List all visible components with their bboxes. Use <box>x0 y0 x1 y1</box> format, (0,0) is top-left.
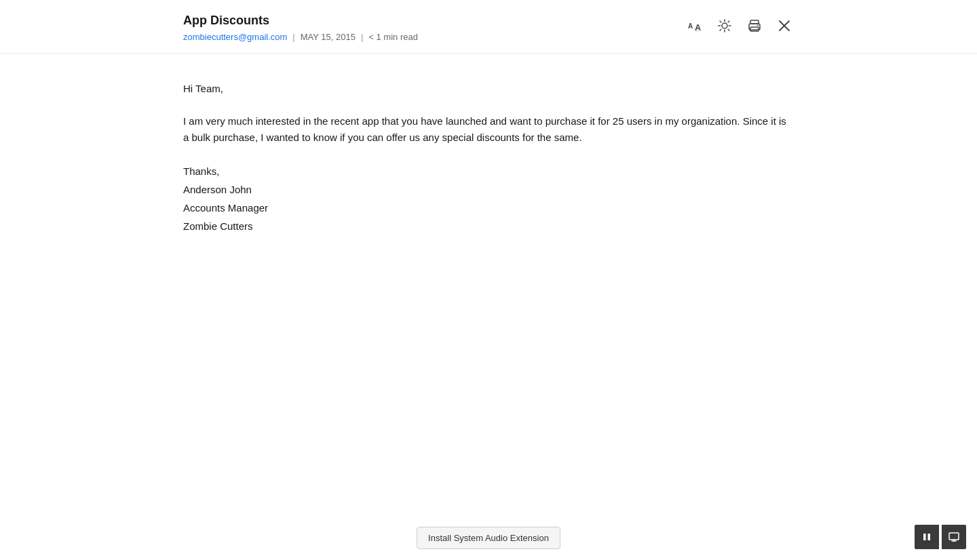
svg-line-10 <box>728 21 729 22</box>
signature-title: Accounts Manager <box>183 199 794 217</box>
print-icon <box>748 19 761 33</box>
email-meta: zombiecutters@gmail.com | MAY 15, 2015 |… <box>183 32 418 42</box>
email-header-left: App Discounts zombiecutters@gmail.com | … <box>183 14 418 42</box>
svg-rect-13 <box>750 27 759 31</box>
svg-line-11 <box>720 29 721 31</box>
print-button[interactable] <box>745 16 764 35</box>
text-size-button[interactable]: A A <box>685 16 704 35</box>
signature-thanks: Thanks, <box>183 162 794 180</box>
email-body: Hi Team, I am very much interested in th… <box>0 54 977 262</box>
svg-rect-19 <box>949 533 959 540</box>
svg-point-3 <box>722 23 727 28</box>
brightness-button[interactable] <box>715 16 734 35</box>
email-date: MAY 15, 2015 <box>301 32 356 42</box>
meta-separator-2: | <box>361 32 363 42</box>
svg-rect-18 <box>928 534 931 540</box>
email-toolbar: A A <box>685 14 794 35</box>
email-greeting: Hi Team, <box>183 81 794 97</box>
email-reader: App Discounts zombiecutters@gmail.com | … <box>0 0 977 560</box>
email-paragraph: I am very much interested in the recent … <box>183 113 794 146</box>
sender-email[interactable]: zombiecutters@gmail.com <box>183 32 287 42</box>
close-button[interactable] <box>775 16 794 35</box>
install-extension-button[interactable]: Install System Audio Extension <box>417 527 560 549</box>
close-icon <box>778 19 791 33</box>
svg-point-14 <box>757 25 759 26</box>
email-header: App Discounts zombiecutters@gmail.com | … <box>0 0 977 54</box>
signature-name: Anderson John <box>183 180 794 199</box>
meta-separator: | <box>292 32 294 42</box>
read-time: < 1 min read <box>368 32 418 42</box>
svg-line-9 <box>728 29 729 31</box>
brightness-icon <box>718 19 731 33</box>
pause-button[interactable] <box>915 525 939 549</box>
text-size-icon: A A <box>688 19 702 33</box>
svg-text:A: A <box>688 22 693 30</box>
svg-rect-17 <box>923 534 926 540</box>
svg-line-8 <box>720 21 721 22</box>
bottom-bar: Install System Audio Extension <box>417 519 560 560</box>
screen-button[interactable] <box>942 525 966 549</box>
email-signature: Thanks, Anderson John Accounts Manager Z… <box>183 162 794 235</box>
media-controls <box>915 525 966 549</box>
email-title: App Discounts <box>183 14 418 28</box>
signature-company: Zombie Cutters <box>183 217 794 235</box>
